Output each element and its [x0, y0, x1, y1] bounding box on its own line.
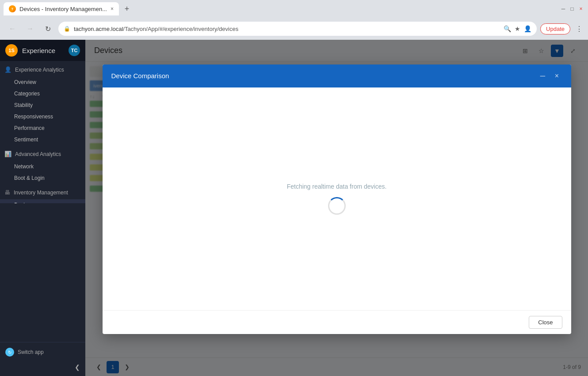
sidebar-section-header-experience[interactable]: 👤 Experience Analytics — [0, 63, 85, 76]
sidebar-item-responsiveness[interactable]: Responsiveness — [0, 111, 85, 122]
sidebar: 1S Experience TC 👤 Experience Analytics … — [0, 40, 85, 376]
search-icon[interactable]: 🔍 — [504, 25, 511, 32]
address-actions: 🔍 ★ 👤 — [504, 25, 531, 32]
refresh-button[interactable]: ↻ — [41, 22, 55, 36]
active-tab[interactable]: T Devices - Inventory Managemen... × — [4, 2, 119, 15]
modal-overlay: Device Comparison ─ × Fetching realtime … — [85, 40, 588, 376]
update-button[interactable]: Update — [540, 23, 570, 34]
more-options-icon[interactable]: ⋮ — [576, 25, 583, 33]
address-path: /Tachyon/App/#/experience/inventory/devi… — [123, 26, 238, 32]
address-bar[interactable]: 🔒 tachyon.acme.local/Tachyon/App/#/exper… — [58, 22, 537, 36]
analytics-icon: 📊 — [4, 151, 11, 157]
sidebar-collapse-area: ❮ — [0, 362, 85, 376]
sidebar-item-devices[interactable]: Devices — [0, 199, 85, 203]
browser-chrome: T Devices - Inventory Managemen... × + ─… — [0, 0, 588, 40]
close-button[interactable]: × — [577, 5, 584, 12]
sidebar-item-categories[interactable]: Categories — [0, 88, 85, 99]
modal-close-button[interactable]: × — [552, 71, 562, 81]
modal-body: Fetching realtime data from devices. — [103, 87, 571, 310]
maximize-button[interactable]: □ — [569, 5, 576, 12]
section-label-inventory: Inventory Management — [14, 190, 68, 196]
modal-close-button[interactable]: Close — [529, 316, 562, 329]
profile-icon[interactable]: 👤 — [524, 25, 531, 32]
section-label-advanced: Advanced Analytics — [15, 151, 61, 157]
forward-button[interactable]: → — [23, 22, 37, 36]
sidebar-item-sentiment[interactable]: Sentiment — [0, 134, 85, 145]
app-header: 1S Experience TC — [0, 40, 85, 61]
switch-app-label: Switch app — [18, 349, 44, 355]
inventory-icon: 🖶 — [4, 189, 10, 196]
sidebar-section-experience-analytics: 👤 Experience Analytics Overview Categori… — [0, 63, 85, 145]
switch-app-icon: ↻ — [5, 348, 14, 357]
star-icon[interactable]: ★ — [515, 25, 520, 32]
sidebar-section-header-inventory[interactable]: 🖶 Inventory Management — [0, 186, 85, 199]
app-layout: 1S Experience TC 👤 Experience Analytics … — [0, 40, 588, 376]
sidebar-item-boot-login[interactable]: Boot & Login — [0, 172, 85, 184]
modal-title: Device Comparison — [111, 72, 169, 80]
address-bar-row: ← → ↻ 🔒 tachyon.acme.local/Tachyon/App/#… — [0, 18, 588, 40]
sidebar-item-overview[interactable]: Overview — [0, 76, 85, 88]
address-text: tachyon.acme.local/Tachyon/App/#/experie… — [74, 26, 238, 32]
sidebar-content: 👤 Experience Analytics Overview Categori… — [0, 61, 85, 203]
modal-footer: Close — [103, 310, 571, 334]
modal-header: Device Comparison ─ × — [103, 65, 571, 87]
loading-spinner — [328, 197, 346, 215]
tab-title: Devices - Inventory Managemen... — [19, 6, 107, 12]
modal-header-actions: ─ × — [538, 71, 562, 81]
modal-minimize-button[interactable]: ─ — [538, 71, 548, 81]
collapse-sidebar-button[interactable]: ❮ — [72, 362, 83, 372]
switch-app-button[interactable]: ↻ Switch app — [0, 342, 85, 362]
lock-icon: 🔒 — [64, 26, 70, 32]
tab-close-button[interactable]: × — [111, 6, 114, 12]
fetching-text: Fetching realtime data from devices. — [287, 183, 387, 190]
back-button[interactable]: ← — [5, 22, 19, 36]
device-comparison-modal: Device Comparison ─ × Fetching realtime … — [103, 65, 571, 334]
user-avatar[interactable]: TC — [69, 45, 80, 56]
minimize-button[interactable]: ─ — [560, 5, 567, 12]
address-domain: tachyon.acme.local — [74, 26, 123, 32]
sidebar-section-advanced-analytics: 📊 Advanced Analytics Network Boot & Logi… — [0, 147, 85, 184]
sidebar-item-network[interactable]: Network — [0, 161, 85, 172]
sidebar-section-inventory: 🖶 Inventory Management Devices Software … — [0, 186, 85, 203]
sidebar-item-performance[interactable]: Performance — [0, 122, 85, 134]
new-tab-button[interactable]: + — [121, 3, 133, 15]
section-label-experience: Experience Analytics — [15, 67, 64, 73]
title-bar: T Devices - Inventory Managemen... × + ─… — [0, 0, 588, 18]
person-icon: 👤 — [4, 66, 11, 73]
tab-favicon: T — [9, 5, 16, 12]
main-content: Devices ⊞ ☆ ▼ ⤢ Explore (2) iveness ↑↓ ▼… — [85, 40, 588, 376]
sidebar-item-stability[interactable]: Stability — [0, 99, 85, 111]
app-name: Experience — [22, 47, 55, 54]
sidebar-section-header-advanced[interactable]: 📊 Advanced Analytics — [0, 147, 85, 161]
window-controls: ─ □ × — [560, 5, 584, 12]
app-logo: 1S — [5, 44, 18, 57]
